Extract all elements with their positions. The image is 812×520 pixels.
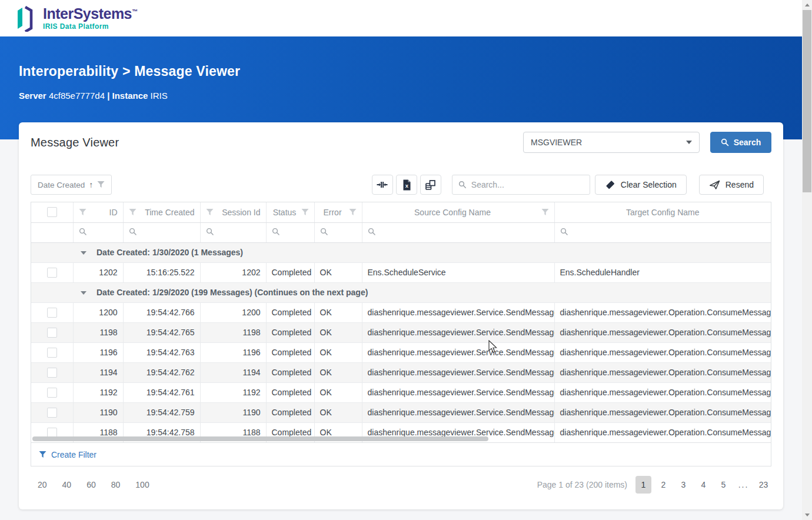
page-number[interactable]: 23 [756,476,771,494]
intersystems-logo[interactable]: InterSystems™ IRIS Data Platform [14,5,138,32]
column-label: Time Created [140,208,195,217]
column-label: Source Config Name [368,208,538,217]
cell-source: diashenrique.messageviewer.Service.SendM… [362,322,554,342]
column-filter-cell[interactable] [554,222,771,242]
cell-error: OK [314,262,362,282]
group-expanded-icon[interactable] [81,251,86,255]
column-chooser-button[interactable] [420,175,441,195]
vertical-scrollbar-thumb[interactable] [803,10,811,192]
row-checkbox[interactable] [47,308,57,318]
table-row[interactable]: 119219:54:42.7611192CompletedOKdiashenri… [31,382,771,402]
row-checkbox[interactable] [47,388,57,398]
svg-text:x: x [405,182,408,188]
column-header-error[interactable]: Error [314,202,362,222]
page-number[interactable]: 3 [675,476,691,494]
column-filter-cell[interactable] [123,222,200,242]
column-filter-cell[interactable] [73,222,123,242]
row-checkbox[interactable] [47,428,57,438]
column-header-time_created[interactable]: Time Created [123,202,200,222]
search-button[interactable]: Search [710,132,771,153]
column-filter-cell[interactable] [314,222,362,242]
scroll-up-button[interactable] [802,0,812,10]
column-header-status[interactable]: Status [266,202,314,222]
column-header-target[interactable]: Target Config Name [554,202,771,222]
collapse-all-button[interactable] [372,175,393,195]
messages-table: IDTime CreatedSession IdStatusErrorSourc… [31,202,771,442]
column-header-select [31,202,73,222]
row-checkbox[interactable] [47,268,57,278]
search-icon [458,181,467,189]
column-search-icon [129,228,137,236]
cell-session_id: 1194 [200,362,266,382]
cell-id: 1196 [73,342,123,362]
table-row[interactable]: 120215:16:25.5221202CompletedOKEns.Sched… [31,262,771,282]
filter-funnel-icon [541,209,549,216]
vertical-scrollbar[interactable] [802,0,812,520]
table-row[interactable]: 119019:54:42.7591190CompletedOKdiashenri… [31,402,771,422]
page-info: Page 1 of 23 (200 items) [537,480,627,489]
table-row[interactable]: 119619:54:42.7631196CompletedOKdiashenri… [31,342,771,362]
cell-target: diashenrique.messageviewer.Operation.Con… [554,362,771,382]
filter-funnel-icon [39,451,46,458]
page-size-option[interactable]: 100 [135,480,149,489]
column-filter-cell[interactable] [200,222,266,242]
row-select-cell [31,362,73,382]
select-all-checkbox[interactable] [47,207,57,217]
row-checkbox[interactable] [47,328,57,338]
table-row[interactable]: 119819:54:42.7651198CompletedOKdiashenri… [31,322,771,342]
column-filter-cell[interactable] [362,222,554,242]
column-filter-cell[interactable] [266,222,314,242]
column-header-session_id[interactable]: Session Id [200,202,266,222]
page-size-option[interactable]: 20 [38,480,47,489]
row-checkbox[interactable] [47,348,57,358]
create-filter-link[interactable]: Create Filter [39,450,96,459]
group-label: Date Created: 1/29/2020 (199 Messages) (… [96,288,368,297]
cell-id: 1202 [73,262,123,282]
group-row[interactable]: Date Created: 1/29/2020 (199 Messages) (… [31,282,771,302]
row-select-cell [31,322,73,342]
filter-funnel-icon [349,209,357,216]
row-checkbox[interactable] [47,408,57,418]
saved-search-select[interactable]: MSGVIEWER [523,132,700,153]
table-row[interactable]: 119419:54:42.7621194CompletedOKdiashenri… [31,362,771,382]
cell-time_created: 15:16:25.522 [123,262,200,282]
table-row[interactable]: 120019:54:42.7661200CompletedOKdiashenri… [31,302,771,322]
page-number[interactable]: 2 [655,476,671,494]
cell-id: 1192 [73,382,123,402]
group-expanded-icon[interactable] [81,291,86,295]
messages-grid: IDTime CreatedSession IdStatusErrorSourc… [31,202,771,466]
page-size-option[interactable]: 80 [111,480,121,489]
horizontal-scrollbar[interactable] [32,436,770,442]
server-label: Server [19,91,46,101]
page-size-option[interactable]: 40 [62,480,72,489]
header-row: IDTime CreatedSession IdStatusErrorSourc… [31,202,771,222]
cell-session_id: 1196 [200,342,266,362]
row-checkbox[interactable] [47,368,57,378]
instance-label: Instance [112,91,148,101]
cell-time_created: 19:54:42.761 [123,382,200,402]
cell-source: Ens.ScheduleService [362,262,554,282]
cell-time_created: 19:54:42.763 [123,342,200,362]
cell-session_id: 1192 [200,382,266,402]
horizontal-scrollbar-thumb[interactable] [32,436,488,441]
scroll-down-button[interactable] [802,510,812,520]
page-number[interactable]: 1 [635,476,651,494]
sort-chip-date-created[interactable]: Date Created ↑ [31,175,112,195]
export-excel-button[interactable]: x [396,175,417,195]
page-size-option[interactable]: 60 [86,480,96,489]
page-number[interactable]: 5 [716,476,731,494]
create-filter-label: Create Filter [51,450,96,459]
column-header-source[interactable]: Source Config Name [362,202,554,222]
sort-ascending-icon: ↑ [89,180,93,189]
intersystems-logo-mark [14,5,38,32]
resend-button[interactable]: Resend [699,175,764,195]
filter-funnel-icon [129,209,137,216]
grid-search-input[interactable] [471,180,584,189]
column-search-icon [560,228,568,236]
cell-source: diashenrique.messageviewer.Service.SendM… [362,382,554,402]
column-header-id[interactable]: ID [73,202,123,222]
group-row[interactable]: Date Created: 1/30/2020 (1 Messages) [31,242,771,262]
clear-selection-button[interactable]: Clear Selection [595,175,687,195]
cell-time_created: 19:54:42.765 [123,322,200,342]
page-number[interactable]: 4 [695,476,711,494]
